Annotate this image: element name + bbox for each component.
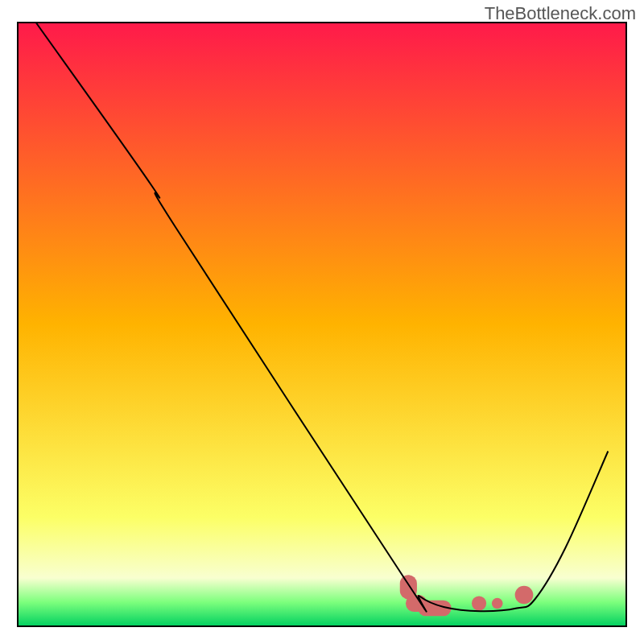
chart-container: TheBottleneck.com [0,0,644,644]
marker-dot [492,598,503,609]
marker-dot [472,596,486,610]
watermark-text: TheBottleneck.com [485,3,636,24]
marker-dot [515,586,534,605]
gradient-background [18,23,626,626]
bottleneck-chart [0,0,644,644]
